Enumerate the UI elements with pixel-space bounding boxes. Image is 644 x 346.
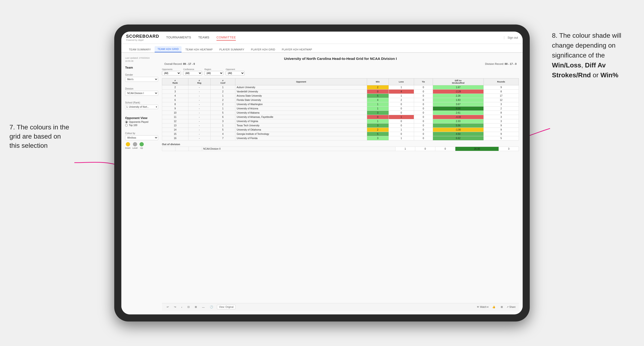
col-conf: #Conf [210, 78, 235, 85]
sign-out-link[interactable]: Sign out [504, 36, 518, 39]
cell-loss: 1 [388, 128, 414, 132]
cell-rank: 13 [162, 124, 188, 128]
cell-diff: 9.00 [433, 107, 484, 111]
colour-by-select[interactable]: Win/loss Diff Av Strokes/Rnd Win% [125, 135, 158, 140]
cell-rounds: 8 [484, 90, 519, 94]
cell-tie: 0 [414, 115, 433, 119]
undo-button[interactable]: ↩ [165, 305, 170, 309]
filter-conference-select[interactable]: (All) [183, 71, 202, 75]
filter-region: Region (All) [204, 68, 223, 75]
cell-rounds: 3 [484, 115, 519, 119]
out-of-division-table: NCAA Division II 1 0 0 26.00 3 [162, 147, 519, 151]
col-opponent: Opponent [235, 78, 367, 85]
school-value[interactable]: 1. University of Nort... ▾ [125, 105, 158, 109]
grid-area: University of North Carolina Head-to-Hea… [162, 57, 519, 311]
legend-dot-down [126, 142, 130, 146]
table-row: 13 - 1 Texas Tech University 3 0 0 5.56 … [162, 124, 519, 128]
back-button[interactable]: ‹ [180, 305, 184, 309]
table-row: 8 - 2 University of Washington 1 0 0 3.6… [162, 102, 519, 107]
cell-loss: 2 [388, 98, 414, 102]
col-rounds: Rounds [484, 78, 519, 85]
radio-top-100[interactable]: Top 100 [125, 124, 158, 127]
cell-tie: 0 [414, 107, 433, 111]
cell-win: 3 [367, 124, 388, 128]
watch-button[interactable]: 👁 Watch ▾ [477, 306, 488, 308]
tablet-frame: SCOREBOARD Powered by clippd TOURNAMENTS… [114, 24, 530, 322]
radio-dot-top100 [125, 124, 128, 127]
grid-title: University of North Carolina Head-to-Hea… [162, 57, 519, 61]
view-original-button[interactable]: View: Original [217, 305, 236, 309]
opponent-view-label: Opponent View [125, 116, 158, 120]
nav-tournaments[interactable]: TOURNAMENTS [166, 35, 191, 40]
legend-row: Down Level Up [125, 142, 158, 149]
thumbs-button[interactable]: 👍 [491, 305, 497, 309]
tab-team-summary[interactable]: TEAM SUMMARY [126, 47, 154, 52]
redo-button[interactable]: ↪ [172, 305, 178, 309]
cell-rank: 15 [162, 132, 188, 136]
tab-player-h2h-grid[interactable]: PLAYER H2H GRID [248, 47, 278, 52]
cell-reg: - [188, 136, 210, 141]
colour-by-section: Colour by Win/loss Diff Av Strokes/Rnd W… [125, 132, 158, 149]
gender-select[interactable]: Men's [125, 77, 158, 82]
tab-team-h2h-heatmap[interactable]: TEAM H2H HEATMAP [182, 47, 216, 52]
crop-button[interactable]: ⊡ [186, 305, 191, 309]
cell-reg: - [188, 94, 210, 98]
cell-win: 2 [367, 85, 388, 90]
tab-player-summary[interactable]: PLAYER SUMMARY [216, 47, 247, 52]
cell-win: 0 [367, 115, 388, 119]
grid-records: Overall Record: 89 - 17 - 0 Division Rec… [162, 62, 519, 65]
table-row: 16 - 7 University of Florida 3 1 0 6.62 … [162, 136, 519, 141]
colour-by-label: Colour by [125, 132, 158, 135]
cell-tie: 0 [414, 85, 433, 90]
nav-teams[interactable]: TEAMS [198, 35, 210, 40]
col-reg: #Reg [188, 78, 210, 85]
table-row: 12 - 3 University of Virginia 1 0 0 2.33… [162, 119, 519, 124]
gender-field: Gender Men's [125, 74, 158, 82]
tab-player-h2h-heatmap[interactable]: PLAYER H2H HEATMAP [279, 47, 315, 52]
division-select[interactable]: NCAA Division I [125, 91, 158, 96]
cell-rank: 12 [162, 119, 188, 124]
gender-label: Gender [125, 74, 158, 76]
ood-loss: 0 [415, 147, 435, 151]
radio-opponents-played[interactable]: Opponents Played [125, 121, 158, 123]
filter-conference: Conference (All) [183, 68, 202, 75]
dash-button[interactable]: — [201, 305, 206, 309]
cell-rounds: 9 [484, 85, 519, 90]
table-row: 3 - 2 Vanderbilt University 0 4 0 -2.29 … [162, 90, 519, 94]
cell-loss: 1 [388, 136, 414, 141]
cell-reg: - [188, 90, 210, 94]
cell-diff: 1.67 [433, 85, 484, 90]
cell-win: 1 [367, 119, 388, 124]
update-info: Last Updated: 27/03/202416:55:38 [125, 57, 158, 62]
col-rank: #Rank [162, 78, 188, 85]
cell-conf: 1 [210, 94, 235, 98]
filter-opponents-select[interactable]: (All) [162, 71, 181, 75]
cell-loss: 1 [388, 94, 414, 98]
grid-button[interactable]: ⊞ [499, 305, 504, 309]
filter-region-select[interactable]: (All) [204, 71, 223, 75]
cell-rank: 8 [162, 102, 188, 107]
clock-button[interactable]: 🕐 [208, 305, 214, 309]
table-row: 14 - 5 University of Oklahoma 2 1 0 -1.0… [162, 128, 519, 132]
cell-name: University of Arizona [235, 107, 367, 111]
legend-level: Level [132, 142, 138, 149]
data-table: #Rank #Reg #Conf Opponent Win Loss Tie D… [162, 78, 519, 141]
cell-rounds: 2 [484, 107, 519, 111]
legend-up: Up [140, 142, 144, 149]
nav-committee[interactable]: COMMITTEE [216, 35, 236, 40]
filter-opponent-select[interactable]: (All) [226, 71, 244, 75]
ood-diff: 26.00 [455, 147, 498, 151]
cell-rounds: 5 [484, 136, 519, 141]
cell-diff: 2.61 [433, 111, 484, 115]
overall-record: Overall Record: 89 - 17 - 0 [164, 62, 195, 65]
zoom-button[interactable]: ⊞ [193, 305, 198, 309]
tab-team-h2h-grid[interactable]: TEAM H2H GRID [155, 46, 182, 52]
share-button[interactable]: ↗ Share [506, 306, 516, 308]
cell-name: University of Arkansas, Fayetteville [235, 115, 367, 119]
cell-conf: 7 [210, 136, 235, 141]
filter-opponent: Opponent (All) [226, 68, 244, 75]
cell-diff: 6.62 [433, 136, 484, 141]
toolbar: ↩ ↪ ‹ ⊡ ⊞ — 🕐 View: Original 👁 Watch ▾ 👍 [162, 303, 519, 311]
cell-rank: 16 [162, 136, 188, 141]
share-icon: ↗ [506, 306, 508, 308]
